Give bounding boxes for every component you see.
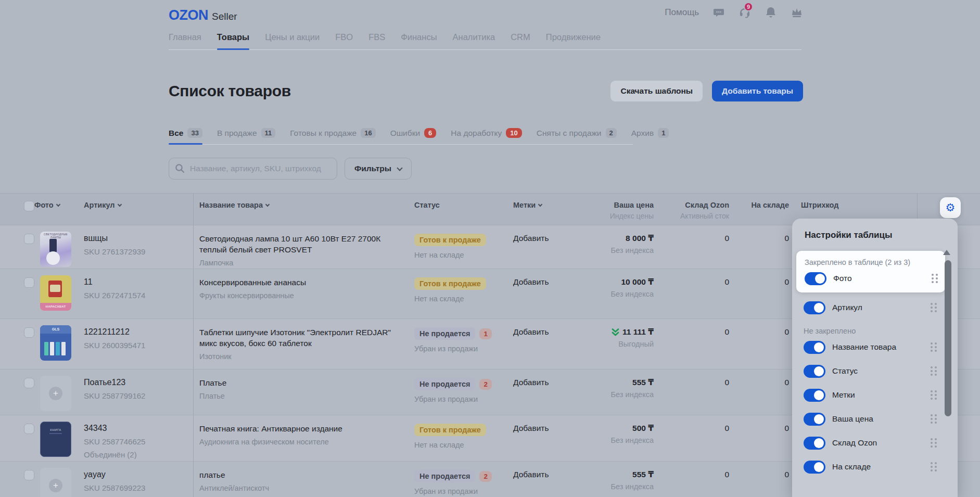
status-note: Нет на складе	[414, 251, 509, 259]
product-name[interactable]: Светодиодная лампа 10 шт A60 10Вт E27 27…	[199, 234, 410, 256]
filters-button[interactable]: Фильтры	[345, 158, 412, 180]
add-products-button[interactable]: Добавить товары	[712, 81, 803, 101]
nav-item-fbo[interactable]: FBO	[335, 32, 353, 42]
download-templates-button[interactable]: Скачать шаблоны	[610, 81, 703, 101]
tags-toggle[interactable]	[804, 389, 825, 402]
ozon-stock-value: 0	[654, 415, 729, 461]
product-photo-placeholder[interactable]: +	[40, 376, 71, 411]
header-in-stock: На складе	[729, 194, 789, 225]
product-name[interactable]: Платье	[199, 378, 410, 389]
bell-icon[interactable]	[765, 6, 777, 19]
header-article[interactable]: Артикул	[84, 194, 193, 225]
sort-chevron-icon	[538, 202, 542, 207]
crown-icon[interactable]	[791, 6, 803, 19]
scroll-up-arrow[interactable]	[943, 250, 950, 255]
price-index: Выгодный	[586, 340, 654, 348]
nav-item-finansy[interactable]: Финансы	[401, 32, 437, 42]
add-photo-icon[interactable]: +	[49, 479, 62, 492]
add-tag-button[interactable]: Добавить	[513, 234, 549, 243]
table-settings-gear-button[interactable]: ⚙	[940, 197, 961, 218]
nav-item-tovary[interactable]: Товары	[217, 32, 249, 42]
row-checkbox[interactable]	[24, 277, 34, 288]
price-index: Без индекса	[586, 482, 654, 491]
article-toggle[interactable]	[804, 301, 825, 314]
add-photo-icon[interactable]: +	[49, 387, 62, 400]
add-tag-button[interactable]: Добавить	[513, 378, 549, 387]
chat-icon[interactable]	[712, 6, 725, 19]
nav-item-crm[interactable]: CRM	[511, 32, 530, 42]
header-photo[interactable]: Фото	[34, 194, 84, 225]
tab-archive[interactable]: Архив1	[631, 128, 669, 138]
ozon-stock-value: 0	[654, 462, 729, 497]
drag-handle-icon[interactable]	[931, 462, 937, 471]
row-checkbox[interactable]	[24, 327, 34, 338]
row-checkbox[interactable]	[24, 234, 34, 244]
header-name[interactable]: Название товара	[193, 194, 414, 225]
drag-handle-icon[interactable]	[931, 414, 937, 424]
tab-all[interactable]: Все33	[169, 128, 202, 138]
add-tag-button[interactable]: Добавить	[513, 424, 549, 432]
add-tag-button[interactable]: Добавить	[513, 277, 549, 286]
add-tag-button[interactable]: Добавить	[513, 470, 549, 479]
header-label: Статус	[414, 201, 440, 209]
status-toggle[interactable]	[804, 365, 825, 378]
nav-item-tseny[interactable]: Цены и акции	[265, 32, 320, 42]
header-status: Статус	[414, 194, 513, 225]
status-badge: Не продается	[414, 470, 475, 482]
product-photo[interactable]: GLS	[40, 325, 71, 361]
status-note: Убран из продажи	[414, 395, 509, 403]
tab-label: В продаже	[217, 129, 257, 138]
product-name[interactable]: Печатная книга: Антикварное издание	[199, 424, 410, 435]
name-toggle[interactable]	[804, 341, 825, 354]
support-headset-icon[interactable]: 9	[739, 6, 751, 19]
ozon-stock-toggle[interactable]	[804, 437, 825, 450]
tab-count-alert: 6	[424, 128, 436, 138]
tab-ready[interactable]: Готовы к продаже16	[290, 128, 375, 138]
product-sku: SKU 2600395471	[84, 341, 189, 350]
search-input[interactable]	[169, 158, 337, 180]
tab-rework[interactable]: На доработку10	[451, 128, 521, 138]
nav-item-prodvizhenie[interactable]: Продвижение	[546, 32, 601, 42]
product-article: 1221211212	[84, 327, 189, 337]
product-photo-placeholder[interactable]: +	[40, 468, 71, 497]
tab-removed[interactable]: Сняты с продажи2	[537, 128, 617, 138]
photo-toggle[interactable]	[805, 272, 826, 285]
drag-handle-icon[interactable]	[931, 303, 937, 312]
row-checkbox[interactable]	[24, 424, 34, 434]
price-toggle[interactable]	[804, 413, 825, 426]
product-photo[interactable]: СВЕТОДИОДНЫЕ ЛАМПЫ	[40, 232, 71, 267]
nav-item-glavnaya[interactable]: Главная	[169, 32, 201, 42]
product-photo[interactable]: НАРАСХВАТ	[40, 275, 71, 311]
drag-handle-icon[interactable]	[932, 274, 938, 283]
nav-item-analitika[interactable]: Аналитика	[453, 32, 495, 42]
product-photo[interactable]: КНИГА	[40, 422, 71, 457]
row-checkbox[interactable]	[24, 378, 34, 388]
app-logo[interactable]: OZON Seller	[169, 7, 237, 23]
tab-errors[interactable]: Ошибки6	[390, 128, 437, 138]
product-name[interactable]: Таблетки шипучие Изотоник "Электролит RE…	[199, 327, 410, 349]
tab-on-sale[interactable]: В продаже11	[217, 128, 275, 138]
select-all-checkbox[interactable]	[24, 201, 34, 211]
settings-item-label: Фото	[833, 274, 852, 283]
product-name[interactable]: Консервированные ананасы	[199, 277, 410, 288]
settings-item-name: Название товара	[792, 335, 958, 359]
in-stock-toggle[interactable]	[804, 461, 825, 474]
header-tags[interactable]: Метки	[513, 194, 586, 225]
settings-item-article: Артикул	[792, 296, 958, 320]
drag-handle-icon[interactable]	[931, 390, 937, 400]
product-name[interactable]: платье	[199, 470, 410, 481]
ozon-stock-value: 0	[654, 269, 729, 318]
row-checkbox[interactable]	[24, 470, 34, 480]
header-label: На складе	[751, 201, 789, 209]
drag-handle-icon[interactable]	[931, 342, 937, 352]
scrollbar-thumb[interactable]	[945, 260, 951, 416]
tab-label: Сняты с продажи	[537, 129, 602, 138]
drag-handle-icon[interactable]	[931, 438, 937, 448]
help-link[interactable]: Помощь	[665, 7, 699, 18]
head-buttons: Скачать шаблоны Добавить товары	[610, 81, 803, 101]
add-tag-button[interactable]: Добавить	[513, 327, 549, 336]
drag-handle-icon[interactable]	[931, 366, 937, 376]
nav-item-fbs[interactable]: FBS	[368, 32, 385, 42]
in-stock-value: 0	[729, 415, 789, 461]
product-price: 555 ₸	[632, 378, 654, 387]
